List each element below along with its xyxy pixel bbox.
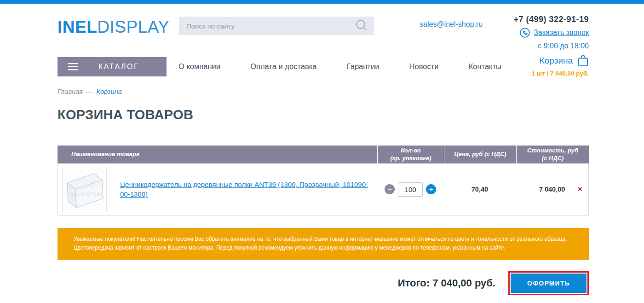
cart-widget: Корзина 1 шт / 7 040,00 руб.: [532, 54, 589, 77]
phone-number: +7 (499) 322-91-19: [513, 15, 589, 24]
col-header-quantity: Кол-во (кр. упаковке): [377, 146, 444, 163]
catalog-label: КАТАЛОГ: [98, 63, 139, 71]
checkout-highlight-box: ОФОРМИТЬ: [508, 271, 589, 295]
shopping-bag-icon: [577, 54, 589, 67]
breadcrumb-separator: ···: [86, 88, 94, 95]
cart-item-row: INEL-DISPLAY Ценникодержатель на деревян…: [58, 163, 589, 216]
header-contacts: +7 (499) 322-91-19 Заказать звонок с 9:0…: [513, 15, 589, 50]
hamburger-icon: [68, 63, 78, 70]
breadcrumb-home[interactable]: Главная: [58, 88, 83, 95]
breadcrumb-current: Корзина: [96, 88, 121, 95]
unit-price: 70,40: [444, 186, 516, 193]
breadcrumb: Главная···Корзина: [58, 88, 589, 95]
email-link[interactable]: sales@inel-shop.ru: [420, 20, 483, 29]
site-header: INELDISPLAY sales@inel-shop.ru +7 (499) …: [58, 4, 589, 50]
col-header-product-name: Наименование товара: [58, 146, 377, 163]
menu-item-news[interactable]: Новости: [409, 62, 439, 71]
top-menu: О компании Оплата и доставка Гарантии Но…: [178, 62, 501, 71]
col-header-total: Стоимость, руб (с НДС): [516, 146, 589, 163]
catalog-button[interactable]: КАТАЛОГ: [58, 57, 167, 76]
color-disclaimer-notice: Уважаемые покупатели! Настоятельно проси…: [58, 228, 589, 260]
site-logo[interactable]: INELDISPLAY: [58, 17, 173, 37]
logo-bold-part: INEL: [58, 17, 97, 36]
col-header-quantity-line2: (кр. упаковке): [390, 155, 431, 162]
cart-table: Наименование товара Кол-во (кр. упаковке…: [58, 146, 589, 216]
cart-footer: Итого: 7 040,00 руб. ОФОРМИТЬ: [58, 271, 589, 295]
top-accent-bar: [0, 0, 644, 4]
checkout-button[interactable]: ОФОРМИТЬ: [511, 274, 586, 293]
working-hours: с 9:00 до 18:00: [513, 42, 589, 50]
logo-light-part: DISPLAY: [97, 17, 169, 36]
svg-text:INEL-DISPLAY: INEL-DISPLAY: [69, 191, 103, 197]
col-header-total-line2: (с НДС): [542, 155, 564, 162]
product-link[interactable]: Ценникодержатель на деревянные полки ANT…: [120, 180, 371, 199]
cart-label: Корзина: [540, 56, 573, 66]
page-title: КОРЗИНА ТОВАРОВ: [58, 107, 589, 122]
menu-item-contacts[interactable]: Контакты: [469, 62, 501, 71]
main-nav: КАТАЛОГ О компании Оплата и доставка Гар…: [58, 57, 589, 77]
grand-total: Итого: 7 040,00 руб.: [398, 277, 495, 289]
site-search: [179, 17, 374, 35]
search-icon[interactable]: [354, 18, 369, 33]
col-header-total-line1: Стоимость, руб: [527, 147, 578, 154]
cart-table-header: Наименование товара Кол-во (кр. упаковке…: [58, 146, 589, 163]
quantity-input[interactable]: [398, 182, 423, 197]
quantity-decrease-button[interactable]: −: [385, 184, 395, 194]
search-input[interactable]: [186, 22, 354, 30]
menu-item-about[interactable]: О компании: [178, 62, 220, 71]
cart-link[interactable]: Корзина: [540, 54, 589, 67]
product-thumbnail[interactable]: INEL-DISPLAY: [62, 167, 107, 212]
phone-icon: [520, 28, 530, 38]
cart-summary[interactable]: 1 шт / 7 040,00 руб.: [532, 70, 589, 77]
menu-item-warranty[interactable]: Гарантии: [347, 62, 380, 71]
callback-link[interactable]: Заказать звонок: [534, 29, 589, 37]
menu-item-payment-delivery[interactable]: Оплата и доставка: [250, 62, 316, 71]
col-header-price: Цена, руб (с НДС): [444, 146, 516, 163]
quantity-increase-button[interactable]: +: [426, 184, 436, 194]
col-header-quantity-line1: Кол-во: [401, 147, 420, 154]
remove-item-button[interactable]: ×: [578, 185, 582, 194]
quantity-stepper: − +: [377, 182, 444, 197]
